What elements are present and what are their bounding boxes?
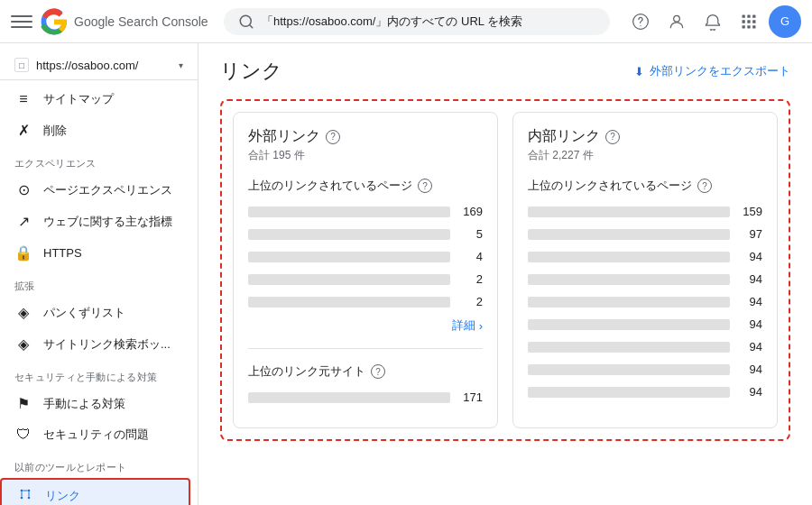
ext-data-row-4: 2 (248, 295, 483, 308)
sidebar-item-https[interactable]: 🔒 HTTPS (0, 237, 190, 269)
property-selector[interactable]: □ https://osaboo.com/ ▾ (0, 50, 198, 80)
sidebar-item-links[interactable]: リンク (0, 478, 190, 505)
int-value-5: 94 (741, 317, 762, 331)
referrer-help-icon[interactable]: ? (371, 364, 385, 379)
svg-rect-7 (747, 20, 750, 23)
sidebar-item-remove[interactable]: ✗ 削除 (0, 115, 190, 146)
svg-rect-9 (743, 25, 745, 28)
sidebar-item-label: サイトマップ (43, 91, 114, 107)
ext-value-4: 2 (461, 295, 483, 308)
int-top-linked-pages-title: 上位のリンクされているページ ? (528, 178, 762, 194)
sidebar-item-page-experience[interactable]: ⊙ ページエクスペリエンス (0, 174, 190, 206)
security-icon: 🛡 (14, 427, 32, 443)
external-links-card: 外部リンク ? 合計 195 件 上位のリンクされているページ ? 169 5 (233, 112, 498, 428)
int-value-7: 94 (741, 363, 762, 376)
cards-container: 外部リンク ? 合計 195 件 上位のリンクされているページ ? 169 5 (220, 99, 790, 441)
sidebar-item-manual-actions[interactable]: ⚑ 手動による対策 (0, 388, 190, 419)
breadcrumb-icon: ◈ (14, 304, 32, 321)
notifications-icon[interactable] (697, 5, 729, 38)
export-icon: ⬇ (634, 65, 644, 78)
int-value-4: 94 (741, 295, 762, 308)
help-icon[interactable] (624, 5, 657, 38)
svg-point-15 (28, 497, 31, 500)
sidebar-item-label: セキュリティの問題 (43, 427, 149, 443)
sidebar-item-sitemap[interactable]: ≡ サイトマップ (0, 84, 190, 115)
manual-actions-icon: ⚑ (14, 395, 32, 412)
export-label: 外部リンクをエクスポート (650, 63, 790, 79)
ext-bar-3 (248, 274, 450, 285)
profile-avatar[interactable]: G (769, 5, 801, 38)
int-data-row-8: 94 (528, 385, 762, 399)
main-layout: □ https://osaboo.com/ ▾ ≡ サイトマップ ✗ 削除 エク… (0, 43, 812, 505)
export-button[interactable]: ⬇ 外部リンクをエクスポート (634, 63, 790, 79)
svg-point-1 (640, 24, 641, 25)
svg-rect-10 (747, 25, 750, 28)
sidebar-item-sitelink[interactable]: ◈ サイトリンク検索ボッ... (0, 328, 190, 360)
int-bar-6 (528, 342, 730, 353)
svg-point-13 (28, 490, 31, 492)
svg-point-14 (21, 497, 23, 500)
account-icon[interactable] (660, 5, 693, 38)
svg-rect-4 (747, 14, 750, 17)
int-top-linked-help-icon[interactable]: ? (697, 179, 712, 193)
sidebar-item-web-vitals[interactable]: ↗ ウェブに関する主な指標 (0, 206, 190, 237)
details-link[interactable]: 詳細 › (248, 317, 483, 334)
int-bar-2 (528, 252, 730, 262)
int-value-6: 94 (741, 340, 762, 354)
ref-data-row-0: 171 (248, 390, 483, 404)
page-experience-icon: ⊙ (14, 181, 32, 198)
internal-links-card: 内部リンク ? 合計 2,227 件 上位のリンクされているページ ? 159 … (512, 112, 778, 428)
sidebar-item-label: リンク (45, 488, 80, 504)
svg-rect-6 (743, 20, 745, 23)
ext-data-row-0: 169 (248, 205, 483, 218)
section-label-legacy: 以前のツールとレポート (0, 450, 198, 478)
ext-value-2: 4 (461, 250, 483, 263)
sidebar-item-label: ページエクスペリエンス (43, 182, 172, 198)
internal-links-help-icon[interactable]: ? (605, 130, 620, 144)
referrer-title: 上位のリンク元サイト ? (248, 363, 483, 380)
ext-top-linked-help-icon[interactable]: ? (418, 179, 432, 193)
details-label: 詳細 (452, 317, 475, 334)
int-value-8: 94 (741, 385, 762, 399)
ext-top-linked-pages-title: 上位のリンクされているページ ? (248, 178, 483, 194)
section-label-security: セキュリティと手動による対策 (0, 360, 198, 388)
web-vitals-icon: ↗ (14, 213, 32, 230)
topbar-left: Google Search Console (11, 7, 209, 36)
int-bar-4 (528, 297, 730, 308)
ref-bar-0 (248, 392, 450, 403)
svg-rect-11 (752, 25, 755, 28)
int-bar-0 (528, 207, 730, 217)
int-data-row-0: 159 (528, 205, 762, 218)
ext-data-row-3: 2 (248, 272, 483, 286)
external-links-total: 合計 195 件 (248, 148, 483, 163)
ext-value-3: 2 (461, 272, 483, 286)
property-name: https://osaboo.com/ (36, 59, 171, 72)
sidebar-section-security: セキュリティと手動による対策 ⚑ 手動による対策 🛡 セキュリティの問題 (0, 360, 198, 450)
search-text: 「https://osaboo.com/」内のすべての URL を検索 (262, 14, 522, 30)
page-title: リンク (220, 58, 282, 85)
external-links-help-icon[interactable]: ? (326, 130, 340, 144)
internal-links-total: 合計 2,227 件 (528, 148, 762, 163)
sidebar-item-label: 削除 (43, 123, 67, 139)
sidebar-item-security[interactable]: 🛡 セキュリティの問題 (0, 419, 190, 450)
int-value-0: 159 (741, 205, 762, 218)
links-icon (16, 487, 34, 505)
ext-bar-4 (248, 297, 450, 308)
int-value-1: 97 (741, 227, 762, 241)
content-area: リンク ⬇ 外部リンクをエクスポート 外部リンク ? 合計 195 件 上位のリ… (198, 43, 812, 505)
sidebar-item-breadcrumb[interactable]: ◈ パンくずリスト (0, 297, 190, 328)
int-bar-8 (528, 387, 730, 398)
details-arrow-icon: › (479, 319, 483, 333)
sidebar-item-label: パンくずリスト (43, 305, 125, 321)
svg-rect-3 (743, 14, 745, 17)
topbar: Google Search Console 「https://osaboo.co… (0, 0, 812, 43)
sidebar-section-expansion: 拡張 ◈ パンくずリスト ◈ サイトリンク検索ボッ... (0, 269, 198, 360)
int-data-row-7: 94 (528, 363, 762, 376)
hamburger-icon[interactable] (11, 11, 32, 32)
search-bar[interactable]: 「https://osaboo.com/」内のすべての URL を検索 (224, 8, 610, 35)
apps-icon[interactable] (733, 5, 765, 38)
int-bar-3 (528, 274, 730, 285)
content-header: リンク ⬇ 外部リンクをエクスポート (220, 58, 790, 85)
sidebar-item-label: サイトリンク検索ボッ... (43, 336, 171, 353)
int-value-3: 94 (741, 272, 762, 286)
